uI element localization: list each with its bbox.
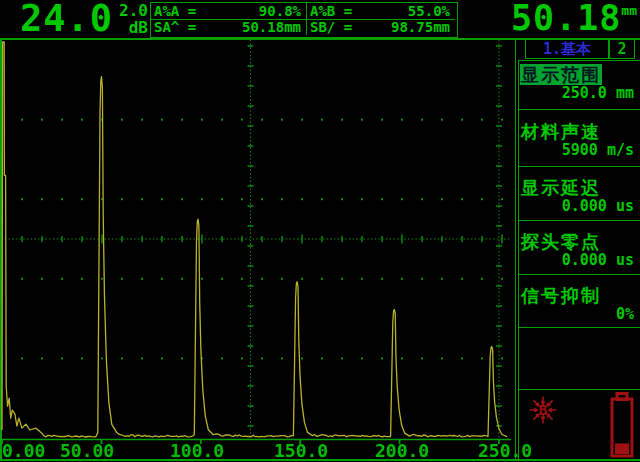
x-axis-label-150: 150.0 [274, 443, 328, 459]
measurement-cell-a-pct: A%A = 90.8% [151, 3, 306, 19]
status-icon-cell: B [519, 390, 640, 459]
measurement-cell-sb: SB/ = 98.75mm [306, 19, 455, 35]
x-axis-label-250: 250.0 [478, 443, 532, 459]
measurement-label: SB/ = [310, 20, 352, 35]
tab-basic[interactable]: 1.基本 [525, 39, 609, 59]
menu-empty-cell [519, 328, 640, 390]
x-axis-label-100: 100.0 [170, 443, 224, 459]
measurement-label: SA^ = [154, 20, 196, 35]
x-axis-label-50: 50.00 [60, 443, 114, 459]
gain-value: 24.0 [20, 1, 113, 37]
plot-left-border [0, 38, 2, 460]
menu-item-reject[interactable]: 信号抑制 0% [519, 275, 640, 328]
menu-sidebar: 1.基本 2 显示范围 250.0 mm 材料声速 5900 m/s 显示延迟 … [515, 38, 640, 460]
menu-item-probe-zero[interactable]: 探头零点 0.000 us [519, 221, 640, 275]
menu-item-label: 信号抑制 [520, 285, 602, 306]
menu-item-label: 显示延迟 [520, 177, 602, 198]
gain-step-value: 2.0 [110, 2, 148, 19]
menu-item-label: 显示范围 [520, 64, 602, 85]
gain-unit-label: dB [110, 19, 148, 36]
svg-text:B: B [539, 402, 547, 418]
measurement-panel: A%A = 90.8% A%B = 55.0% SA^ = 50.18mm SB… [150, 2, 458, 38]
measurement-value: 98.75mm [391, 20, 450, 35]
waveform-trace [2, 42, 507, 437]
x-axis-label-0: 0.00 [2, 443, 45, 459]
gain-step-block: 2.0 dB [110, 2, 148, 36]
menu-item-value: 0.000 us [519, 198, 640, 215]
x-axis-label-200: 200.0 [375, 443, 429, 459]
freeze-indicator-icon: B [526, 393, 560, 427]
menu-item-value: 0% [519, 306, 640, 323]
menu-item-display-delay[interactable]: 显示延迟 0.000 us [519, 167, 640, 221]
measurement-cell-sa: SA^ = 50.18mm [151, 19, 306, 35]
menu-tab-bar: 1.基本 2 [516, 38, 640, 60]
menu-item-label: 材料声速 [520, 121, 602, 142]
grid-layer [0, 40, 511, 444]
measurement-value: 50.18mm [242, 20, 301, 35]
menu-item-label: 探头零点 [520, 231, 602, 252]
measurement-value: 90.8% [259, 4, 301, 19]
menu-item-value: 5900 m/s [519, 142, 640, 159]
menu-item-value: 250.0 mm [519, 85, 640, 102]
menu-item-velocity[interactable]: 材料声速 5900 m/s [519, 110, 640, 167]
menu-body: 显示范围 250.0 mm 材料声速 5900 m/s 显示延迟 0.000 u… [518, 60, 640, 459]
measurement-cell-b-pct: A%B = 55.0% [306, 3, 455, 19]
battery-icon [610, 392, 634, 458]
primary-reading-value: 50.18 [511, 0, 621, 36]
measurement-label: A%A = [154, 4, 196, 19]
primary-reading-unit: mm [621, 3, 637, 18]
measurement-value: 55.0% [408, 4, 450, 19]
measurement-label: A%B = [310, 4, 352, 19]
menu-item-range[interactable]: 显示范围 250.0 mm [519, 61, 640, 110]
menu-item-value: 0.000 us [519, 252, 640, 269]
tab-page-2[interactable]: 2 [609, 39, 635, 59]
primary-reading: 50.18 mm [511, 0, 637, 36]
